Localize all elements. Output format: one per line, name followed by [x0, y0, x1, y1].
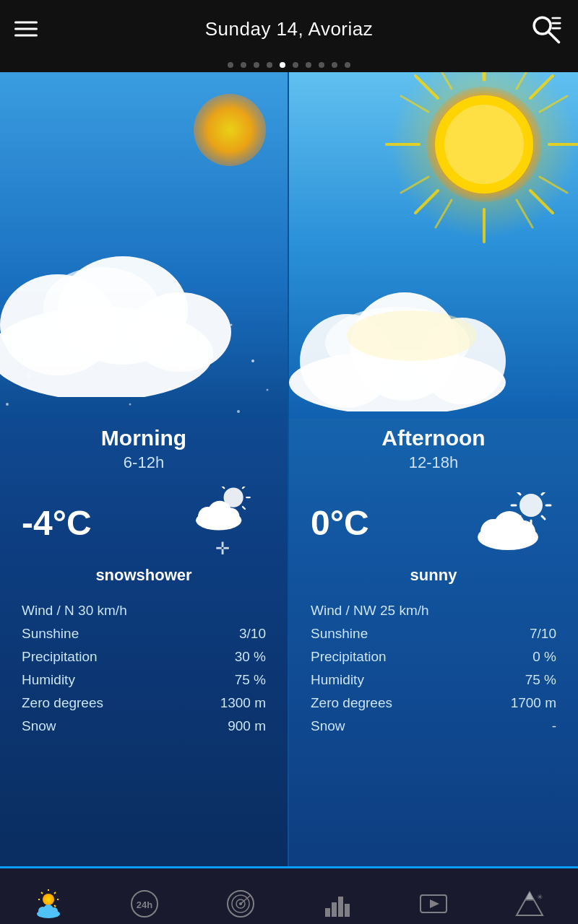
nav-chart[interactable]: [301, 875, 374, 925]
afternoon-condition-label: sunny: [303, 566, 564, 585]
video-icon: [418, 888, 449, 920]
morning-zero-row: Zero degrees 1300 m: [14, 692, 273, 715]
afternoon-zero-row: Zero degrees 1700 m: [303, 692, 564, 715]
weather-main: Morning 6-12h -4°C: [0, 72, 578, 866]
morning-humidity-row: Humidity 75 %: [14, 668, 273, 692]
svg-point-76: [43, 894, 54, 905]
svg-point-35: [222, 507, 239, 525]
svg-point-14: [85, 345, 88, 348]
afternoon-snow-row: Snow -: [303, 715, 564, 738]
svg-point-24: [129, 404, 131, 406]
svg-point-21: [251, 359, 254, 362]
svg-point-19: [201, 338, 204, 341]
morning-zero-value: 1300 m: [220, 695, 266, 711]
morning-snow-value: 900 m: [228, 718, 266, 734]
svg-line-65: [542, 492, 545, 494]
nav-weather-now[interactable]: [12, 875, 85, 925]
svg-point-12: [42, 316, 45, 319]
morning-stats: Wind / N 30 km/h Sunshine 3/10 Precipita…: [14, 599, 273, 738]
afternoon-sunshine-row: Sunshine 7/10: [303, 622, 564, 645]
afternoon-sky: [289, 72, 578, 419]
morning-sky: [0, 72, 288, 419]
svg-point-22: [267, 389, 269, 391]
svg-line-80: [54, 905, 56, 907]
pagination-dots: [0, 58, 578, 72]
header-title: Sunday 14, Avoriaz: [205, 18, 374, 40]
svg-rect-96: [338, 897, 343, 917]
afternoon-period-title: Afternoon: [303, 426, 564, 450]
afternoon-temperature: 0°C: [311, 503, 369, 543]
snow-particles: [0, 72, 288, 419]
svg-rect-97: [345, 904, 350, 917]
dot-6[interactable]: [293, 62, 298, 68]
svg-point-18: [180, 367, 182, 370]
afternoon-temp-row: 0°C: [303, 487, 564, 559]
chart-icon: [322, 888, 353, 920]
svg-point-63: [519, 494, 543, 517]
afternoon-period-hours: 12-18h: [303, 453, 564, 472]
morning-humidity-value: 75 %: [235, 672, 266, 688]
dot-5[interactable]: [280, 62, 285, 68]
afternoon-panel: Afternoon 12-18h 0°C: [289, 72, 578, 866]
morning-precip-value: 30 %: [235, 649, 266, 665]
afternoon-wind-label: Wind / NW 25 km/h: [311, 603, 429, 619]
svg-line-30: [243, 507, 245, 509]
svg-point-55: [444, 105, 524, 184]
svg-point-23: [6, 403, 9, 406]
svg-text:24h: 24h: [137, 899, 152, 910]
svg-text:✳: ✳: [537, 893, 543, 901]
svg-line-67: [542, 516, 545, 519]
svg-line-78: [54, 892, 56, 894]
dot-3[interactable]: [254, 62, 259, 68]
morning-temperature: -4°C: [22, 503, 92, 543]
morning-precip-label: Precipitation: [22, 649, 98, 665]
dot-4[interactable]: [267, 62, 272, 68]
dot-10[interactable]: [345, 62, 350, 68]
search-button[interactable]: [527, 11, 564, 47]
afternoon-snow-label: Snow: [311, 718, 345, 734]
svg-line-28: [243, 487, 245, 488]
afternoon-humidity-value: 75 %: [525, 672, 556, 688]
nav-video[interactable]: [397, 875, 470, 925]
afternoon-precip-row: Precipitation 0 %: [303, 645, 564, 668]
afternoon-sunshine-label: Sunshine: [311, 626, 368, 642]
mountain-icon: ✳: [514, 888, 545, 920]
afternoon-zero-value: 1700 m: [511, 695, 556, 711]
dot-8[interactable]: [319, 62, 324, 68]
radar-icon: [225, 888, 256, 920]
afternoon-snow-value: -: [552, 718, 556, 734]
snowflake-icon: ✛: [215, 539, 230, 559]
morning-sunshine-value: 3/10: [239, 626, 266, 642]
afternoon-condition-icon: [470, 487, 556, 559]
morning-zero-label: Zero degrees: [22, 695, 103, 711]
nav-24h[interactable]: 24h: [108, 875, 181, 925]
dot-7[interactable]: [306, 62, 311, 68]
morning-snow-row: Snow 900 m: [14, 715, 273, 738]
afternoon-stats: Wind / NW 25 km/h Sunshine 7/10 Precipit…: [303, 599, 564, 738]
svg-point-25: [237, 410, 240, 413]
afternoon-precip-label: Precipitation: [311, 649, 387, 665]
weather-now-icon: [33, 888, 64, 920]
menu-button[interactable]: [14, 22, 38, 37]
svg-rect-95: [332, 902, 337, 917]
morning-panel: Morning 6-12h -4°C: [0, 72, 289, 866]
dot-9[interactable]: [332, 62, 337, 68]
dot-2[interactable]: [241, 62, 246, 68]
morning-sunshine-row: Sunshine 3/10: [14, 622, 273, 645]
svg-point-13: [64, 302, 66, 305]
dot-1[interactable]: [228, 62, 233, 68]
svg-rect-94: [325, 908, 330, 917]
svg-point-86: [51, 907, 58, 915]
afternoon-humidity-label: Humidity: [311, 672, 364, 688]
morning-wind-label: Wind / N 30 km/h: [22, 603, 127, 619]
svg-point-17: [143, 309, 146, 312]
nav-mountain[interactable]: ✳: [493, 875, 566, 925]
morning-precip-row: Precipitation 30 %: [14, 645, 273, 668]
morning-temp-row: -4°C: [14, 487, 273, 559]
bottom-navigation: 24h: [0, 866, 578, 924]
nav-radar[interactable]: [204, 875, 277, 925]
afternoon-sunshine-value: 7/10: [530, 626, 556, 642]
morning-humidity-label: Humidity: [22, 672, 75, 688]
morning-info: Morning 6-12h -4°C: [0, 419, 288, 738]
morning-wind-row: Wind / N 30 km/h: [14, 599, 273, 622]
